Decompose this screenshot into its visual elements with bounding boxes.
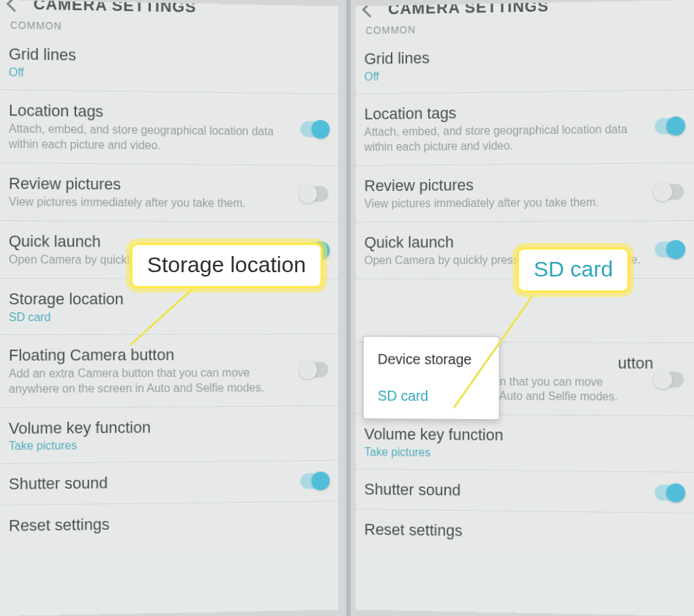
row-title: Location tags (365, 100, 654, 124)
row-value: Take pictures (365, 446, 654, 461)
row-title: Storage location (9, 289, 299, 309)
toggle-shutter[interactable] (654, 484, 684, 500)
row-volume-key[interactable]: Volume key function Take pictures (0, 406, 338, 464)
panel-divider (346, 0, 351, 616)
toggle-review[interactable] (300, 186, 328, 202)
row-title: Review pictures (9, 173, 299, 195)
row-title: Volume key function (365, 424, 654, 446)
row-title: Shutter sound (365, 479, 654, 503)
toggle-location[interactable] (300, 121, 328, 138)
row-volume-key[interactable]: Volume key function Take pictures (356, 414, 694, 472)
row-title: Volume key function (9, 416, 299, 438)
storage-popup: Device storage SD card (363, 336, 500, 420)
row-grid-lines[interactable]: Grid lines Off (0, 34, 338, 94)
row-title: utton (484, 353, 653, 373)
row-shutter-sound[interactable]: Shutter sound (0, 461, 338, 506)
row-subtitle: View pictures immediately after you take… (9, 195, 299, 211)
row-review-pictures[interactable]: Review pictures View pictures immediatel… (0, 163, 338, 223)
row-value: Off (365, 66, 654, 83)
row-title: Reset settings (365, 519, 654, 544)
row-location-tags[interactable]: Location tags Attach, embed, and store g… (356, 90, 694, 166)
row-location-tags[interactable]: Location tags Attach, embed, and store g… (0, 90, 338, 166)
back-icon[interactable] (7, 0, 23, 12)
row-title: Reset settings (9, 512, 299, 536)
toggle-review[interactable] (654, 184, 684, 200)
row-review-pictures[interactable]: Review pictures View pictures immediatel… (356, 163, 694, 223)
row-reset-settings[interactable]: Reset settings (356, 510, 694, 555)
toggle-quick[interactable] (654, 241, 684, 258)
row-shutter-sound[interactable]: Shutter sound (356, 469, 694, 514)
toggle-floating[interactable] (654, 372, 684, 388)
row-title: Floating Camera button (9, 345, 299, 365)
row-title: Review pictures (365, 173, 654, 195)
row-floating-camera[interactable]: Floating Camera button Add an extra Came… (0, 334, 338, 408)
page-title: CAMERA SETTINGS (388, 0, 549, 18)
toggle-floating[interactable] (300, 362, 328, 378)
row-title: Grid lines (365, 45, 654, 69)
back-icon[interactable] (362, 1, 378, 18)
row-subtitle: Attach, embed, and store geographical lo… (365, 122, 654, 155)
row-title: Shutter sound (9, 471, 299, 494)
callout-storage-location: Storage location (130, 243, 323, 288)
callout-sd-card: SD card (517, 247, 630, 293)
row-value: Take pictures (9, 437, 299, 453)
popup-option-sdcard[interactable]: SD card (364, 378, 499, 415)
row-title: Grid lines (9, 44, 299, 68)
toggle-location[interactable] (654, 118, 684, 134)
row-value: Off (9, 66, 299, 83)
row-subtitle: View pictures immediately after you take… (365, 195, 654, 211)
row-subtitle: Attach, embed, and store geographical lo… (9, 121, 299, 154)
page-title: CAMERA SETTINGS (34, 0, 197, 17)
row-title: Location tags (9, 100, 299, 124)
toggle-shutter[interactable] (300, 473, 328, 489)
row-grid-lines[interactable]: Grid lines Off (356, 34, 694, 94)
row-reset-settings[interactable]: Reset settings (0, 501, 338, 546)
row-subtitle: Add an extra Camera button that you can … (9, 366, 299, 397)
